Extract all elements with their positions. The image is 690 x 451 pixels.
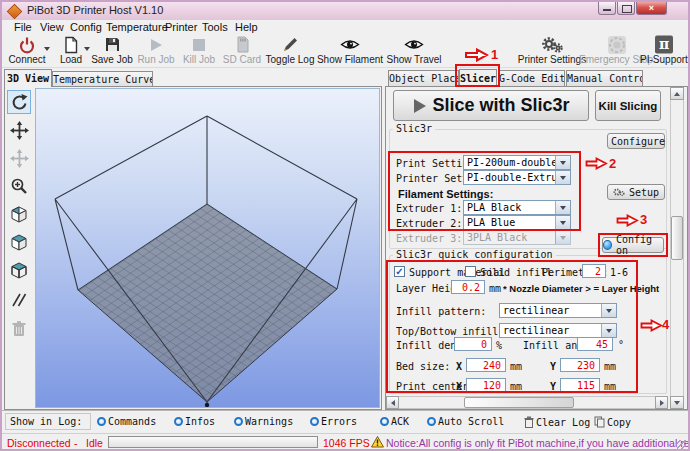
warning-icon — [371, 436, 384, 448]
vertical-scroll-thumb[interactable] — [671, 216, 683, 260]
pi-icon: π — [638, 35, 690, 54]
menu-printer[interactable]: Printer — [165, 21, 197, 33]
menu-file[interactable]: File — [14, 21, 32, 33]
load-button[interactable]: Load — [52, 35, 90, 66]
printer-state: Idle — [86, 437, 103, 449]
tab-manual-control[interactable]: Manual Control — [566, 70, 643, 87]
tab-object-placement[interactable]: Object Placement — [388, 70, 459, 87]
zoom-tool[interactable] — [7, 174, 31, 198]
menu-view[interactable]: View — [40, 21, 64, 33]
window-title: PiBot 3D Printer Host V1.10 — [27, 4, 163, 16]
save-job-button[interactable]: Save Job — [90, 35, 134, 66]
toggle-circle-icon — [310, 417, 319, 426]
extruder3-dropdown: 3PLA Black — [463, 230, 571, 245]
gears-icon — [613, 187, 625, 197]
setup-button[interactable]: Setup — [607, 184, 665, 200]
eye-icon — [384, 35, 444, 54]
log-toggle-commands[interactable]: Commands — [97, 416, 156, 427]
pi-support-button[interactable]: π PI-Support — [638, 35, 690, 66]
horizontal-scroll-thumb[interactable] — [464, 397, 574, 408]
dropdown-arrow-icon — [555, 231, 570, 244]
notice-text: Notice:All config is only fit PiBot mach… — [386, 437, 690, 449]
rotate-view-tool[interactable] — [7, 90, 31, 114]
slic3r-group-title: Slic3r — [393, 123, 435, 134]
show-filament-button[interactable]: Show Filament — [316, 35, 384, 66]
show-travel-button[interactable]: Show Travel — [384, 35, 444, 66]
maximize-button[interactable] — [617, 2, 635, 15]
clear-log-button[interactable]: Clear Log — [524, 416, 590, 428]
log-toggle-auto-scroll[interactable]: Auto Scroll — [427, 416, 504, 427]
svg-text:π: π — [659, 36, 669, 52]
connect-dropdown-icon[interactable] — [44, 47, 50, 51]
eye-icon — [316, 35, 384, 54]
annotation-number-4: 4 — [662, 317, 669, 332]
front-view-tool[interactable] — [7, 230, 31, 254]
slice-button[interactable]: Slice with Slic3r — [393, 90, 589, 121]
tab-3d-view[interactable]: 3D View — [4, 69, 52, 87]
scroll-right-button[interactable] — [655, 396, 668, 409]
annotation-number-3: 3 — [640, 212, 647, 227]
toggle-log-button[interactable]: Toggle Log — [264, 35, 316, 66]
annotation-box-1 — [455, 64, 500, 87]
maximize-icon — [622, 5, 632, 13]
annotation-arrow-1 — [464, 48, 489, 62]
minimize-button[interactable] — [598, 2, 616, 15]
kill-slicing-button[interactable]: Kill Slicing — [595, 90, 661, 121]
log-toggle-infos[interactable]: Infos — [174, 416, 215, 427]
delete-object-tool — [7, 316, 31, 340]
close-button[interactable]: × — [636, 2, 667, 15]
title-bar[interactable]: PiBot 3D Printer Host V1.10 × — [2, 2, 688, 20]
connection-status: Disconnected — [7, 437, 71, 449]
annotation-arrow-4 — [640, 319, 663, 332]
toggle-circle-icon — [174, 417, 183, 426]
menu-tools[interactable]: Tools — [202, 21, 228, 33]
kill-job-button: Kill Job — [178, 35, 220, 66]
top-view-tool[interactable] — [7, 258, 31, 282]
top-cube-icon — [9, 260, 29, 280]
app-icon — [7, 4, 23, 20]
menu-temperature[interactable]: Temperature — [106, 21, 168, 33]
annotation-box-2 — [388, 151, 581, 231]
log-toggle-ack[interactable]: ACK — [380, 416, 409, 427]
show-in-log-label: Show in Log: — [10, 416, 82, 427]
status-separator: - — [74, 437, 78, 449]
annotation-number-1: 1 — [491, 47, 498, 62]
tab-gcode-editor[interactable]: G-Code Editor — [498, 70, 565, 87]
play-icon — [134, 35, 178, 54]
magnifier-icon — [10, 177, 28, 195]
menu-config[interactable]: Config — [70, 21, 102, 33]
menu-help[interactable]: Help — [235, 21, 258, 33]
power-icon — [2, 35, 52, 54]
log-toggle-warnings[interactable]: Warnings — [234, 416, 293, 427]
copy-icon — [594, 416, 605, 428]
quick-config-group-title: Slic3r quick configuration — [393, 249, 556, 260]
configure-button[interactable]: Configure — [607, 133, 665, 149]
fps-counter: 1046 FPS — [323, 437, 370, 449]
front-cube-icon — [9, 232, 29, 252]
toggle-circle-icon — [234, 417, 243, 426]
app-window: PiBot 3D Printer Host V1.10 × File View … — [0, 0, 690, 451]
connect-button[interactable]: Connect — [2, 35, 52, 66]
copy-log-button[interactable]: Copy — [594, 416, 631, 428]
scroll-left-button[interactable] — [386, 396, 399, 409]
move-view-tool[interactable] — [7, 118, 31, 142]
tab-temperature-curve[interactable]: Temperature Curve — [52, 71, 153, 87]
resize-grip[interactable] — [677, 440, 686, 449]
3d-scene — [36, 89, 379, 407]
annotation-box-4 — [386, 260, 638, 393]
parallel-projection-tool[interactable] — [7, 288, 31, 312]
3d-viewport[interactable] — [35, 88, 380, 408]
play-icon — [412, 98, 428, 114]
scroll-up-button[interactable] — [670, 87, 684, 100]
scroll-down-button[interactable] — [670, 396, 684, 409]
save-icon — [90, 35, 134, 54]
menu-bar — [2, 20, 688, 35]
load-file-icon — [52, 35, 90, 54]
log-toggle-errors[interactable]: Errors — [310, 416, 357, 427]
pencil-icon — [264, 35, 316, 54]
extruder3-label: Extruder 3: — [396, 233, 462, 244]
annotation-box-3 — [598, 233, 668, 257]
toggle-circle-icon — [380, 417, 389, 426]
iso-view-tool[interactable] — [7, 202, 31, 226]
toggle-circle-icon — [427, 417, 436, 426]
